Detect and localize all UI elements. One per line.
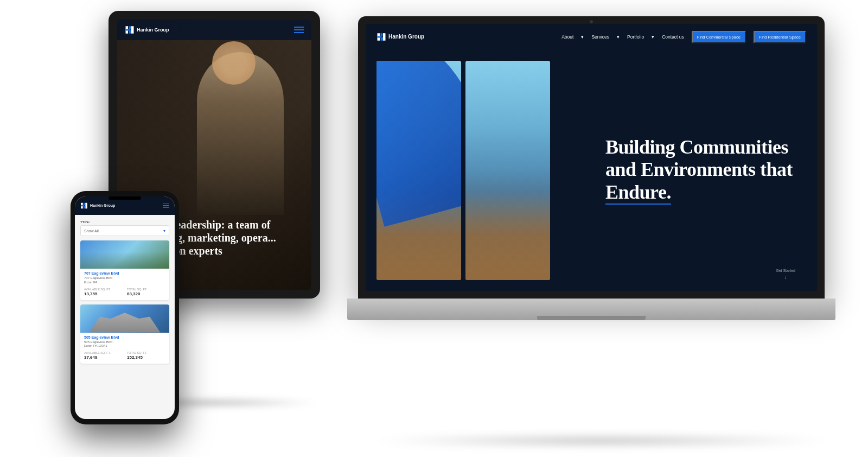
- get-started-button[interactable]: Get Started ↓: [776, 269, 795, 280]
- phone-type-label: TYPE:: [80, 220, 169, 224]
- listing-2-title: 505 Eagleview Blvd: [84, 335, 165, 339]
- laptop-screen: Hankin Group About ▾ Services ▾ Portfoli…: [366, 24, 817, 291]
- hero-headline-line3: Endure.: [605, 181, 671, 205]
- listing-2-address: 505 Eagleview Blvd Exton PA 19341: [84, 340, 165, 349]
- hero-headline: Building Communities and Environments th…: [605, 136, 801, 205]
- laptop-camera: [590, 20, 593, 23]
- listing-2-image: [80, 304, 169, 333]
- svg-rect-7: [381, 33, 383, 36]
- listing-1-info: 707 Eagleview Blvd 707 Eagleview Blvd Ex…: [80, 269, 169, 300]
- phone-type-select[interactable]: Show All ▾: [80, 225, 169, 236]
- phone-hamburger-line-3: [163, 207, 169, 208]
- listing-2-address-line1: 505 Eagleview Blvd: [84, 340, 112, 344]
- listing-1-address: 707 Eagleview Blvd Exton PA: [84, 276, 165, 285]
- listing-1-available-value: 13,755: [84, 291, 123, 296]
- listing-1-total-label: TOTAL SQ. FT.: [127, 288, 165, 291]
- building-facade-left: [376, 61, 461, 280]
- nav-portfolio[interactable]: Portfolio: [627, 34, 644, 40]
- hero-panel-right: [465, 61, 550, 280]
- phone-hamburger-line-1: [163, 204, 169, 205]
- listing-2-info: 505 Eagleview Blvd 505 Eagleview Blvd Ex…: [80, 333, 169, 364]
- get-started-arrow-icon: ↓: [784, 274, 787, 280]
- nav-contact[interactable]: Contact us: [662, 34, 684, 40]
- listing-1-total-stat: TOTAL SQ. FT. 83,320: [127, 288, 165, 296]
- laptop-shadow: [369, 435, 835, 446]
- listing-2-available-label: AVAILABLE SQ. FT.: [84, 351, 123, 354]
- phone-select-text: Show All: [84, 229, 163, 233]
- phone-hamburger-menu[interactable]: [163, 204, 169, 208]
- laptop-base: [347, 299, 835, 320]
- listing-1-title: 707 Eagleview Blvd: [84, 271, 165, 275]
- phone-listing-1[interactable]: 707 Eagleview Blvd 707 Eagleview Blvd Ex…: [80, 240, 169, 300]
- phone-notch: [108, 196, 141, 200]
- get-started-label: Get Started: [776, 269, 795, 272]
- hero-headline-line2: and Environments that: [605, 158, 793, 180]
- hero-panel-left: [376, 61, 461, 280]
- listing-2-total-label: TOTAL SQ. FT.: [127, 351, 165, 354]
- listing-2-stats: AVAILABLE SQ. FT. 37,649 TOTAL SQ. FT. 1…: [84, 351, 165, 360]
- laptop-hero: Building Communities and Environments th…: [366, 50, 817, 291]
- laptop-logo: Hankin Group: [376, 32, 424, 42]
- hero-headline-line1: Building Communities: [605, 136, 788, 158]
- listing-1-available-label: AVAILABLE SQ. FT.: [84, 288, 123, 291]
- hero-text-area: Building Communities and Environments th…: [605, 136, 801, 205]
- phone-content: TYPE: Show All ▾ 707 Eagleview Blvd 707 …: [75, 215, 175, 364]
- phone-listing-2[interactable]: 505 Eagleview Blvd 505 Eagleview Blvd Ex…: [80, 304, 169, 364]
- phone-device: Hankin Group TYPE: Show All ▾: [71, 191, 179, 424]
- hero-image-panels: [366, 50, 550, 291]
- listing-2-total-value: 152,345: [127, 355, 165, 360]
- hankin-logo-icon: [125, 25, 135, 35]
- laptop-brand-name: Hankin Group: [388, 34, 424, 40]
- scene: Hankin Group Hankin Leadership Meet our …: [0, 0, 868, 457]
- svg-rect-2: [129, 26, 131, 29]
- svg-rect-3: [131, 26, 134, 34]
- phone-hamburger-line-2: [163, 205, 169, 206]
- phone-select-chevron-icon: ▾: [163, 228, 165, 233]
- listing-1-address-line1: 707 Eagleview Blvd: [84, 276, 112, 280]
- tablet-hamburger-menu[interactable]: [294, 27, 304, 33]
- listing-2-available-stat: AVAILABLE SQ. FT. 37,649: [84, 351, 123, 360]
- phone-brand-name: Hankin Group: [90, 204, 115, 208]
- svg-rect-12: [84, 203, 85, 206]
- hamburger-line-3: [294, 32, 304, 33]
- nav-services-chevron: ▾: [617, 34, 620, 40]
- listing-1-image: [80, 240, 169, 269]
- phone-hankin-logo-icon: [80, 202, 88, 210]
- blue-arch: [376, 61, 461, 227]
- laptop-nav-links: About ▾ Services ▾ Portfolio ▾ Contact u…: [561, 31, 806, 43]
- svg-rect-4: [129, 30, 132, 34]
- svg-rect-13: [85, 203, 87, 209]
- tablet-logo: Hankin Group: [125, 25, 169, 35]
- find-commercial-button[interactable]: Find Commercial Space: [692, 31, 746, 43]
- hamburger-line-2: [294, 29, 304, 30]
- listing-1-address-line2: Exton PA: [84, 281, 98, 284]
- laptop-hankin-logo-icon: [376, 32, 386, 42]
- nav-about[interactable]: About: [561, 34, 573, 40]
- listing-1-stats: AVAILABLE SQ. FT. 13,755 TOTAL SQ. FT. 8…: [84, 288, 165, 296]
- phone-body: Hankin Group TYPE: Show All ▾: [71, 191, 179, 424]
- building-facade-right: [465, 61, 550, 280]
- nav-portfolio-chevron: ▾: [652, 34, 654, 40]
- listing-2-available-value: 37,649: [84, 355, 123, 360]
- laptop-device: Hankin Group About ▾ Services ▾ Portfoli…: [358, 16, 825, 320]
- listing-2-total-stat: TOTAL SQ. FT. 152,345: [127, 351, 165, 360]
- svg-rect-9: [381, 37, 384, 41]
- svg-rect-8: [383, 33, 386, 41]
- nav-about-chevron: ▾: [581, 34, 584, 40]
- nav-services[interactable]: Services: [591, 34, 609, 40]
- hamburger-line-1: [294, 27, 304, 28]
- laptop-navbar: Hankin Group About ▾ Services ▾ Portfoli…: [366, 24, 817, 50]
- laptop-body: Hankin Group About ▾ Services ▾ Portfoli…: [358, 16, 825, 299]
- svg-rect-14: [84, 206, 86, 209]
- phone-logo: Hankin Group: [80, 202, 115, 210]
- tablet-brand-name: Hankin Group: [137, 27, 169, 33]
- listing-1-available-stat: AVAILABLE SQ. FT. 13,755: [84, 288, 123, 296]
- phone-screen: Hankin Group TYPE: Show All ▾: [75, 196, 175, 419]
- listing-2-address-line2: Exton PA 19341: [84, 344, 107, 347]
- find-residential-button[interactable]: Find Residential Space: [754, 31, 806, 43]
- tablet-navbar: Hankin Group: [117, 20, 311, 40]
- listing-1-total-value: 83,320: [127, 291, 165, 296]
